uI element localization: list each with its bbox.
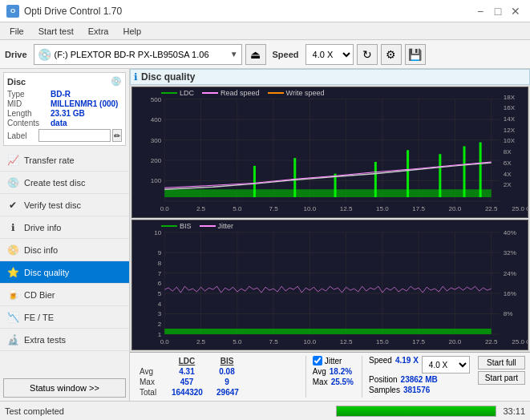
stats-avg-ldc: 4.31	[167, 366, 207, 377]
svg-text:5.0: 5.0	[233, 205, 242, 212]
settings-button[interactable]: ⚙	[381, 44, 402, 65]
svg-rect-42	[164, 189, 491, 197]
svg-text:10X: 10X	[504, 138, 516, 145]
stats-max-bis: 9	[207, 377, 247, 387]
sidebar-item-extra-tests[interactable]: 🔬 Extra tests	[0, 329, 129, 351]
speed-info-label: Speed	[369, 356, 392, 374]
stats-total-label: Total	[135, 387, 167, 398]
svg-text:2.5: 2.5	[196, 205, 206, 212]
menu-extra[interactable]: Extra	[82, 25, 115, 38]
transfer-rate-icon: 📈	[6, 154, 19, 167]
svg-rect-48	[439, 154, 441, 197]
fe-te-icon: 📉	[6, 311, 19, 324]
svg-text:8X: 8X	[504, 148, 512, 155]
sidebar-item-drive-info[interactable]: ℹ Drive info	[0, 216, 129, 239]
disc-field-contents: Contents data	[7, 119, 122, 127]
svg-text:17.5: 17.5	[412, 205, 425, 212]
svg-text:0.0: 0.0	[160, 205, 170, 212]
stats-header-bis: BIS	[207, 356, 247, 366]
speed-dropdown[interactable]: 4.0 X 2.0 X 8.0 X	[422, 356, 470, 374]
svg-text:12.5: 12.5	[340, 205, 353, 212]
speed-select[interactable]: 4.0 X 2.0 X 8.0 X	[305, 44, 354, 65]
legend-write-speed: Write speed	[286, 89, 325, 97]
disc-type-value: BD-R	[51, 90, 71, 99]
sidebar-item-disc-quality[interactable]: ⭐ Disc quality	[0, 261, 129, 284]
status-bar: Test completed 33:11	[0, 401, 530, 420]
status-window-button[interactable]: Status window >>	[3, 378, 126, 398]
menu-help[interactable]: Help	[116, 25, 148, 38]
svg-rect-44	[293, 158, 296, 197]
nav-label-transfer-rate: Transfer rate	[24, 155, 75, 165]
title-bar: O Opti Drive Control 1.70 − □ ✕	[0, 0, 530, 22]
svg-text:400: 400	[151, 116, 162, 123]
jitter-avg-label: Avg	[313, 367, 326, 376]
ldc-chart-svg: 500 400 300 200 100 18X 16X 14X 12X 10X …	[132, 87, 528, 217]
disc-info-icon: 📀	[6, 244, 19, 256]
svg-text:2: 2	[158, 321, 162, 328]
sidebar-item-disc-info[interactable]: 📀 Disc info	[0, 239, 129, 261]
maximize-button[interactable]: □	[490, 3, 506, 19]
nav-label-cd-bier: CD Bier	[24, 290, 55, 300]
save-button[interactable]: 💾	[405, 44, 426, 65]
disc-quality-icon: ⭐	[6, 266, 19, 279]
disc-label-button[interactable]: ✏	[112, 129, 122, 142]
main-layout: Disc 💿 Type BD-R MID MILLENMR1 (000) Len…	[0, 69, 530, 401]
drive-label: Drive	[5, 50, 27, 59]
nav-label-disc-quality: Disc quality	[24, 268, 69, 277]
chart-header: ℹ Disc quality	[130, 69, 530, 85]
window-controls: − □ ✕	[472, 3, 524, 19]
svg-text:300: 300	[151, 137, 162, 144]
svg-text:4: 4	[158, 300, 162, 307]
stats-table: LDC BIS Avg 4.31 0.08 Max 457 9 Total 16…	[135, 356, 297, 398]
svg-text:6: 6	[158, 280, 162, 287]
svg-text:40%: 40%	[504, 228, 516, 236]
jitter-checkbox[interactable]	[313, 356, 322, 365]
svg-text:32%: 32%	[504, 249, 516, 256]
svg-text:15.0: 15.0	[376, 205, 389, 212]
chart-header-title: Disc quality	[141, 71, 195, 83]
menu-start-test[interactable]: Start test	[32, 25, 80, 38]
svg-text:16%: 16%	[504, 290, 516, 297]
start-full-button[interactable]: Start full	[478, 356, 525, 370]
svg-text:5.0: 5.0	[233, 337, 242, 345]
sidebar-item-create-test-disc[interactable]: 💿 Create test disc	[0, 172, 129, 194]
refresh-button[interactable]: ↻	[357, 44, 378, 65]
menu-file[interactable]: File	[3, 25, 30, 38]
svg-text:4X: 4X	[504, 171, 512, 178]
chart-header-icon: ℹ	[134, 71, 138, 83]
speed-info-value: 4.19 X	[395, 356, 419, 374]
status-time: 33:11	[503, 406, 525, 416]
minimize-button[interactable]: −	[472, 3, 488, 19]
svg-text:10.0: 10.0	[304, 205, 317, 212]
nav-label-fe-te: FE / TE	[24, 313, 54, 322]
sidebar-item-cd-bier[interactable]: 🍺 CD Bier	[0, 284, 129, 306]
svg-text:6X: 6X	[504, 160, 512, 167]
sidebar-item-fe-te[interactable]: 📉 FE / TE	[0, 306, 129, 329]
stats-max-label: Max	[135, 377, 167, 387]
svg-rect-46	[374, 162, 377, 197]
svg-text:10.0: 10.0	[304, 337, 317, 345]
jitter-max-value: 25.5%	[331, 378, 354, 386]
svg-text:8%: 8%	[504, 310, 513, 317]
disc-field-type: Type BD-R	[7, 90, 122, 99]
app-icon: O	[6, 5, 19, 18]
disc-label-input[interactable]	[38, 129, 111, 142]
svg-rect-0	[132, 87, 528, 217]
drive-selector[interactable]: 💿 (F:) PLEXTOR BD-R PX-LB950SA 1.06 ▼	[34, 44, 242, 65]
disc-panel-header: Disc 💿	[7, 76, 122, 87]
close-button[interactable]: ✕	[508, 3, 524, 19]
svg-text:25.0 GB: 25.0 GB	[512, 205, 528, 212]
svg-text:14X: 14X	[504, 115, 516, 123]
sidebar-item-verify-test-disc[interactable]: ✔ Verify test disc	[0, 194, 129, 216]
sidebar-item-transfer-rate[interactable]: 📈 Transfer rate	[0, 149, 129, 172]
samples-label: Samples	[369, 386, 400, 394]
svg-text:20.0: 20.0	[449, 337, 462, 345]
svg-text:7: 7	[158, 269, 162, 277]
stats-max-ldc: 457	[167, 377, 207, 387]
disc-panel-title: Disc	[7, 77, 26, 87]
menu-bar: File Start test Extra Help	[0, 22, 530, 40]
svg-text:15.0: 15.0	[376, 337, 389, 345]
start-part-button[interactable]: Start part	[478, 371, 525, 385]
nav-label-create-test-disc: Create test disc	[24, 178, 85, 188]
eject-button[interactable]: ⏏	[245, 44, 266, 65]
